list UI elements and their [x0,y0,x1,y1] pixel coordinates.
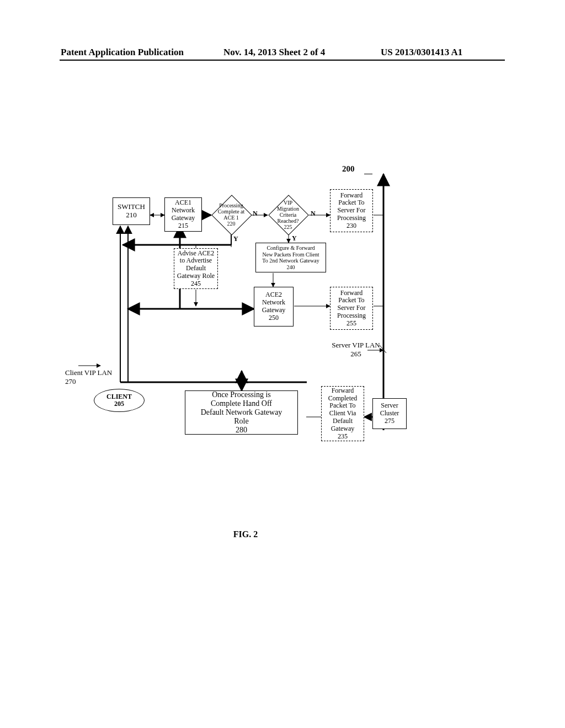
flow-connectors [0,0,565,728]
label-client-vip-lan-270: Client VIP LAN 270 [65,368,126,386]
header-center: Nov. 14, 2013 Sheet 2 of 4 [223,47,325,58]
box-ace1-text: ACE1 Network Gateway 215 [172,199,195,229]
header-rule [60,60,505,61]
figure-ref-200-line [364,174,372,174]
diamond-processing-complete-220: Processing Complete at ACE 1 220 [212,195,250,234]
box-ace1-gateway-215: ACE1 Network Gateway 215 [164,197,202,232]
oval-205-text: CLIENT 205 [106,393,132,408]
diamond-220-text: Processing Complete at ACE 1 220 [212,195,250,234]
label-270-text: Client VIP LAN 270 [65,368,126,386]
figure-ref-200: 200 [342,164,355,174]
header-right: US 2013/0301413 A1 [381,47,462,58]
figure-label: FIG. 2 [223,529,268,539]
box-250-text: ACE2 Network Gateway 250 [262,291,286,322]
box-configure-forward-240: Configure & Forward New Packets From Cli… [255,243,326,272]
label-server-vip-lan-265: Server VIP LAN 265 [323,341,389,358]
page: Patent Application Publication Nov. 14, … [0,0,565,728]
box-forward-server-230: Forward Packet To Server For Processing … [330,189,373,232]
box-ace2-gateway-250: ACE2 Network Gateway 250 [254,287,294,326]
label-n-225: N [311,210,316,218]
box-255-text: Forward Packet To Server For Processing … [337,290,366,328]
box-server-cluster-275: Server Cluster 275 [372,398,407,429]
box-forward-client-235: Forward Completed Packet To Client Via D… [321,386,364,441]
box-forward-server-255: Forward Packet To Server For Processing … [330,287,373,330]
box-280-text: Once Processing is Complete Hand Off Def… [201,390,282,435]
label-n-220: N [253,210,258,218]
oval-client-205: CLIENT 205 [94,389,145,412]
box-230-text: Forward Packet To Server For Processing … [337,192,366,230]
box-240-text: Configure & Forward New Packets From Cli… [262,245,319,270]
box-advise-ace2-245: Advise ACE2 to Advertise Default Gateway… [174,248,218,289]
diamond-225-text: VIP Migration Criteria Reached? 225 [269,195,307,234]
box-235-text: Forward Completed Packet To Client Via D… [328,387,358,441]
box-handoff-280: Once Processing is Complete Hand Off Def… [185,390,298,435]
box-switch-210: SWITCH 210 [113,197,150,225]
box-245-text: Advise ACE2 to Advertise Default Gateway… [177,250,215,288]
box-275-text: Server Cluster 275 [380,402,399,425]
label-y-220: Y [233,235,238,243]
label-265-text: Server VIP LAN 265 [323,341,389,358]
diamond-vip-criteria-225: VIP Migration Criteria Reached? 225 [269,195,307,234]
box-switch-text: SWITCH 210 [118,203,145,220]
header-left: Patent Application Publication [61,47,184,58]
label-y-225: Y [292,234,297,243]
